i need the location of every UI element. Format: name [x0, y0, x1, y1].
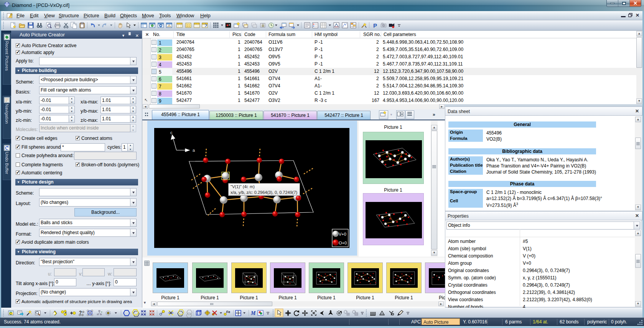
svg-text:P: P [373, 22, 377, 29]
svg-text:a: a [193, 148, 195, 153]
svg-text:M: M [250, 310, 256, 316]
svg-text:Fe: Fe [226, 310, 230, 314]
svg-text:O+0: O+0 [339, 241, 347, 245]
svg-text:V+0: V+0 [339, 232, 346, 236]
svg-text:c: c [170, 130, 173, 135]
